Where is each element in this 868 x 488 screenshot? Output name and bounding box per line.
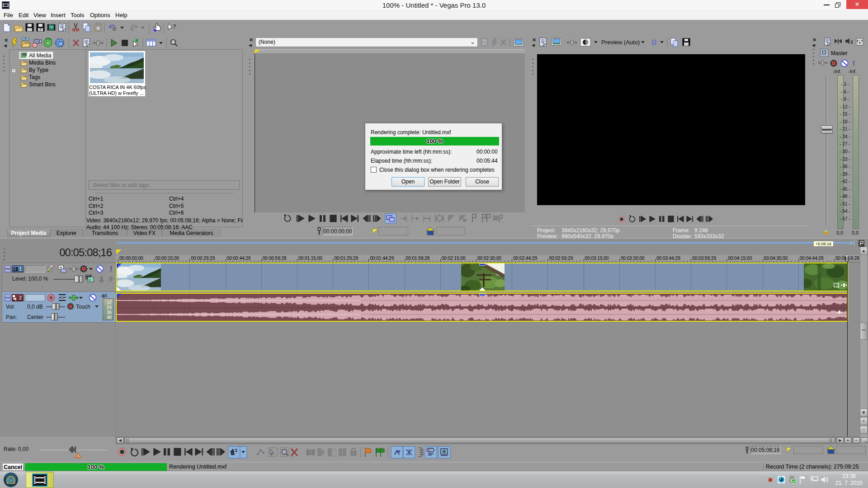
svg-text:!: ! [853, 59, 855, 67]
svg-text:?: ? [173, 23, 176, 30]
svg-text:Preview (Auto): Preview (Auto) [601, 39, 640, 46]
svg-text:!: ! [110, 265, 112, 273]
svg-text:A: A [483, 40, 486, 44]
svg-text:α: α [89, 278, 91, 282]
svg-text:?: ? [39, 27, 42, 32]
